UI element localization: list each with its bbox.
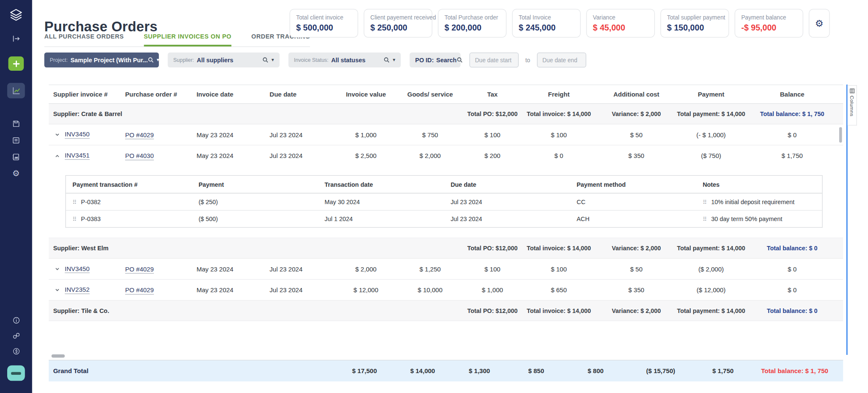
filter-project[interactable]: Project: Sample Project (With Pur... ▾ — [44, 53, 159, 67]
expand-sidebar-icon[interactable] — [11, 34, 20, 43]
group-variance: Variance: $ 2,000 — [596, 307, 676, 314]
grand-invoice-value: $ 17,500 — [336, 368, 394, 374]
balance-cell: $ 1,750 — [746, 152, 838, 159]
due-date-separator: to — [526, 57, 530, 64]
po-link[interactable]: PO #4030 — [125, 152, 154, 160]
po-link[interactable]: PO #4029 — [125, 131, 154, 139]
filter-value: All statuses — [331, 57, 365, 64]
summary-card-total-client-invoice: Total client invoice $ 500,000 — [289, 9, 358, 38]
table-row: INV3450 PO #4029 May 23 2024 Jul 23 2024… — [49, 125, 843, 146]
sidebar-nav-group: ⚙ — [11, 119, 20, 177]
summary-card-total-supplier-payment: Total supplier payment $ 150,000 — [660, 9, 729, 38]
card-label: Payment balance — [741, 14, 797, 21]
tab-supplier-invoices-on-po[interactable]: SUPPLIER INVOICES ON PO — [144, 31, 231, 47]
card-value: -$ 95,000 — [741, 23, 797, 32]
po-link[interactable]: PO #4029 — [125, 287, 154, 294]
txn-due-date: Jul 23 2024 — [444, 216, 570, 222]
drag-handle-icon[interactable]: ⠿ — [703, 199, 707, 205]
table-row: INV2352 PO #4029 May 23 2024 Jul 23 2024… — [49, 280, 843, 301]
expand-toggle[interactable] — [53, 131, 61, 138]
filter-value: Sample Project (With Pur... — [70, 57, 148, 64]
chevron-down-icon — [55, 132, 60, 137]
group-variance: Variance: $ 2,000 — [596, 245, 676, 252]
filter-supplier[interactable]: Supplier: All suppliers ▾ — [168, 53, 280, 67]
nav-analytics-active[interactable] — [7, 83, 25, 99]
chevron-up-icon — [55, 153, 60, 158]
column-header-invoice-value: Invoice value — [335, 91, 397, 98]
txn-date: May 30 2024 — [318, 199, 444, 205]
txn-notes: 30 day term 50% payment — [711, 216, 782, 222]
filter-invoice-status[interactable]: Invoice Status: All statuses ▾ — [288, 53, 401, 67]
invoice-link[interactable]: INV3450 — [65, 131, 89, 138]
settings-button[interactable]: ⚙ — [809, 9, 830, 38]
freight-cell: $ 650 — [521, 287, 596, 293]
invoice-value-cell: $ 12,000 — [335, 287, 397, 293]
sidebar: ⚙ — [0, 0, 32, 393]
due-date-end-input[interactable] — [537, 53, 586, 67]
filter-label: Supplier: — [173, 57, 194, 63]
vertical-scrollbar-thumb[interactable] — [839, 127, 842, 143]
info-icon[interactable] — [12, 316, 20, 325]
group-total-po: Total PO: $12,000 — [463, 111, 521, 117]
additional-cost-cell: $ 50 — [596, 131, 676, 138]
balance-cell: $ 0 — [746, 287, 838, 293]
card-value: $ 150,000 — [667, 23, 723, 32]
filter-bar: Project: Sample Project (With Pur... ▾ S… — [44, 53, 586, 67]
group-total-payment: Total payment: $ 14,000 — [676, 245, 746, 252]
payment-column-due-date: Due date — [444, 181, 570, 188]
invoice-link[interactable]: INV3450 — [65, 265, 89, 273]
payment-column-payment: Payment — [192, 181, 318, 188]
chevron-down-icon — [55, 266, 60, 271]
invoice-link[interactable]: INV2352 — [65, 286, 89, 293]
grand-balance: $ 1,750 — [695, 368, 751, 374]
expand-toggle[interactable] — [53, 265, 61, 273]
payments-table: Payment transaction # Payment Transactio… — [65, 175, 823, 228]
save-icon[interactable] — [11, 119, 20, 128]
invoices-icon[interactable] — [11, 136, 20, 145]
goods-cell: $ 2,000 — [397, 152, 463, 159]
contacts-icon[interactable] — [11, 152, 20, 161]
app-logo-icon[interactable] — [8, 7, 24, 24]
balance-cell: $ 0 — [746, 131, 838, 138]
summary-card-payment-balance: Payment balance -$ 95,000 — [734, 9, 803, 38]
group-total-invoice: Total invoice: $ 14,000 — [521, 111, 596, 117]
po-link[interactable]: PO #4029 — [125, 266, 154, 273]
add-button[interactable] — [8, 56, 24, 71]
payment-column-transaction-date: Transaction date — [318, 181, 444, 188]
invoice-value-cell: $ 1,000 — [335, 131, 397, 138]
invoice-value-cell: $ 2,500 — [335, 152, 397, 159]
group-total-balance: Total balance: $ 0 — [746, 307, 838, 314]
caret-down-icon: ▾ — [272, 58, 274, 63]
tab-all-purchase-orders[interactable]: ALL PURCHASE ORDERS — [44, 31, 124, 47]
txn-method: CC — [570, 199, 696, 205]
card-value: $ 250,000 — [370, 23, 426, 32]
filter-label: Invoice Status: — [294, 57, 328, 63]
supplier-group-row: Supplier: Crate & Barrel Total PO: $12,0… — [49, 104, 843, 124]
card-value: $ 45,000 — [593, 23, 648, 32]
expand-toggle[interactable] — [53, 286, 61, 293]
filter-label: PO ID: — [415, 57, 434, 64]
horizontal-scrollbar-thumb[interactable] — [51, 354, 64, 358]
drag-handle-icon[interactable]: ⠿ — [72, 216, 77, 222]
gear-icon: ⚙ — [815, 19, 823, 28]
settings-icon[interactable]: ⚙ — [12, 169, 20, 177]
due-date-start-input[interactable] — [470, 53, 519, 67]
plan-badge[interactable] — [7, 365, 25, 381]
drag-handle-icon[interactable]: ⠿ — [72, 199, 77, 205]
filter-po-id[interactable]: PO ID: Search — [410, 53, 461, 67]
grand-goods: $ 14,000 — [394, 368, 452, 374]
drag-handle-icon[interactable]: ⠿ — [703, 216, 707, 222]
payments-panel: Payment transaction # Payment Transactio… — [49, 175, 843, 238]
payment-column-method: Payment method — [570, 181, 696, 188]
filter-value: Search — [436, 57, 456, 64]
invoice-link[interactable]: INV3451 — [65, 152, 89, 160]
columns-panel-tab[interactable]: Columns — [848, 85, 857, 125]
collapse-toggle[interactable] — [53, 152, 61, 160]
additional-cost-cell: $ 350 — [596, 287, 676, 293]
summary-card-variance: Variance $ 45,000 — [586, 9, 655, 38]
chart-icon — [11, 86, 21, 95]
card-label: Total Purchase order — [445, 14, 500, 21]
link-icon[interactable] — [12, 332, 20, 340]
billing-icon[interactable] — [12, 347, 20, 356]
additional-cost-cell: $ 350 — [596, 152, 676, 159]
